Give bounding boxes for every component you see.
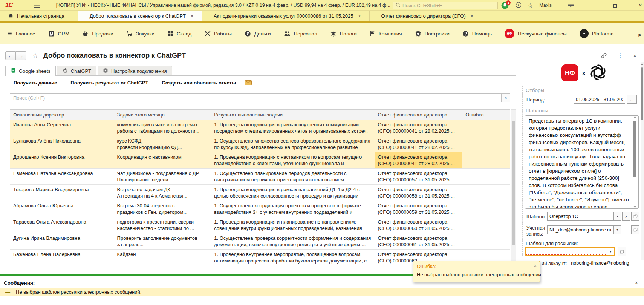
user-name[interactable]: Maxis bbox=[539, 3, 552, 8]
textarea-scrollbar[interactable] bbox=[632, 116, 638, 208]
messages-close-icon[interactable]: × bbox=[635, 280, 638, 286]
cell-tasks: Проверить заполнение документов за апрел… bbox=[114, 233, 211, 249]
mailing-open-button[interactable] bbox=[618, 247, 626, 256]
table-row[interactable]: Дорошенко Ксения Викторовна Координация … bbox=[10, 152, 510, 169]
table-row[interactable]: Иванова Анна Сергеевна коммуникации в ча… bbox=[10, 120, 510, 136]
ribbon-section[interactable]: Настройки bbox=[415, 31, 450, 37]
panel-scrollbar[interactable] bbox=[641, 62, 644, 260]
tab-close-icon[interactable]: × bbox=[358, 14, 361, 19]
column-header-error[interactable]: Ошибка bbox=[462, 110, 510, 120]
textarea-scrollbar-thumb[interactable] bbox=[633, 121, 636, 177]
table-row[interactable]: Абрамова Ольга Юрьевна Встреча 30.04 -пе… bbox=[10, 201, 510, 217]
restore-button[interactable] bbox=[613, 3, 618, 8]
minimize-button[interactable]: – bbox=[590, 2, 594, 8]
template-open-button[interactable] bbox=[631, 212, 639, 221]
prompt-template-textarea[interactable]: Представь ты оператор 1С в компании, кот… bbox=[525, 115, 639, 209]
ribbon-section[interactable]: НФ Нескучные финансы bbox=[505, 29, 567, 38]
error-tooltip-close-icon[interactable]: × bbox=[534, 263, 537, 268]
forward-button[interactable]: → bbox=[16, 51, 26, 60]
open-icon bbox=[620, 250, 624, 254]
ribbon-overflow-icon[interactable]: ▶ bbox=[639, 32, 642, 37]
close-form-button[interactable]: × bbox=[633, 52, 636, 59]
tab-close-icon[interactable]: × bbox=[471, 14, 473, 19]
column-header-report[interactable]: Отчет финансового директора bbox=[375, 110, 463, 120]
notifications-button[interactable]: 1 bbox=[501, 2, 509, 9]
scroll-down-icon[interactable] bbox=[633, 206, 636, 208]
table-row[interactable]: Евменова Наталья Александровна Чат Дивиз… bbox=[10, 169, 510, 185]
template-combo[interactable] bbox=[547, 212, 614, 221]
tab-close-icon[interactable]: × bbox=[191, 14, 193, 19]
account-open-button[interactable] bbox=[631, 225, 639, 234]
close-window-button[interactable]: × bbox=[639, 2, 642, 9]
clear-search-icon[interactable]: × bbox=[502, 93, 510, 102]
scroll-up-icon[interactable] bbox=[633, 116, 636, 118]
create-update-reports-button[interactable]: Создать или обновить отчеты bbox=[162, 80, 236, 86]
account-dropdown-icon[interactable]: ▼ bbox=[613, 225, 621, 234]
panel-group-border bbox=[522, 86, 523, 256]
mailing-dropdown-icon[interactable]: ▼ bbox=[607, 248, 614, 255]
ribbon-section[interactable]: Platforma bbox=[580, 29, 614, 38]
template-clear-icon[interactable]: × bbox=[622, 212, 630, 221]
period-label: Период: bbox=[526, 97, 545, 103]
ribbon-section-label: Настройки bbox=[425, 31, 450, 37]
get-chatgpt-result-button[interactable]: Получить результат от ChatGPT bbox=[70, 80, 148, 86]
ribbon-section[interactable]: Персонал bbox=[284, 31, 317, 37]
ribbon-section[interactable]: Продажи bbox=[82, 31, 113, 37]
mail-button[interactable] bbox=[245, 80, 252, 85]
connector-tab[interactable]: ChatGPT bbox=[57, 66, 96, 76]
column-header-director[interactable]: Финансовый директор bbox=[10, 110, 114, 120]
table-search-input[interactable] bbox=[10, 93, 502, 102]
favorites-star-icon[interactable]: ☆ bbox=[528, 2, 533, 9]
global-search-input[interactable] bbox=[402, 3, 495, 8]
window-tab[interactable]: Начальная страница bbox=[0, 11, 78, 21]
connector-tab[interactable]: Google sheets bbox=[5, 66, 56, 76]
history-button[interactable] bbox=[515, 2, 521, 8]
account-combo[interactable] bbox=[547, 225, 614, 234]
mailing-template-combo[interactable]: ▼ bbox=[525, 247, 615, 256]
table-row[interactable]: Тарасова Ольга Александровна подготовка … bbox=[10, 217, 510, 233]
column-header-tasks[interactable]: Задачи этого месяца bbox=[114, 110, 211, 120]
ribbon-section[interactable]: Главное bbox=[7, 31, 35, 37]
cell-report: Отчет финансового директора (CFO) 000000… bbox=[375, 169, 463, 184]
back-button[interactable]: ← bbox=[5, 51, 16, 60]
more-menu-icon[interactable]: ⋮ bbox=[617, 52, 623, 59]
panel-scroll-up-icon[interactable] bbox=[641, 63, 643, 65]
ribbon-section[interactable]: Налоги bbox=[330, 31, 357, 37]
ribbon-section[interactable]: Закупки bbox=[126, 31, 154, 37]
ribbon-section[interactable]: Компания bbox=[370, 31, 402, 37]
favorite-star-icon[interactable]: ☆ bbox=[32, 51, 38, 60]
table-scrollbar-thumb[interactable] bbox=[512, 121, 515, 245]
global-search[interactable] bbox=[393, 2, 498, 9]
connector-tab-label: Настройка подключения bbox=[111, 68, 167, 74]
template-label: Шаблон: bbox=[526, 214, 546, 219]
connector-tab[interactable]: Настройка подключения bbox=[98, 66, 172, 76]
ribbon-section-label: Главное bbox=[16, 31, 35, 37]
template-dropdown-icon[interactable]: ▼ bbox=[613, 212, 621, 221]
ribbon-section[interactable]: Работы bbox=[204, 31, 232, 37]
ribbon-section[interactable]: Склад bbox=[167, 31, 191, 37]
table-row[interactable]: Булгакова Алёна Николаевна курс КСФД про… bbox=[10, 136, 510, 152]
main-menu-button[interactable] bbox=[34, 3, 40, 8]
window-tab[interactable]: Добро пожаловать в коннектор к ChatGPT × bbox=[78, 11, 202, 21]
cell-report: Отчет финансового директора (CFO) 000000… bbox=[375, 201, 463, 217]
window-tab[interactable]: Отчет финансового директора (CFO) × bbox=[370, 11, 482, 21]
ribbon-section[interactable]: CRM bbox=[48, 31, 70, 37]
table-scrollbar[interactable] bbox=[511, 109, 516, 265]
window-tab[interactable]: Акт сдачи-приемки оказанных услуг 000000… bbox=[202, 11, 370, 21]
period-picker-button[interactable]: ... bbox=[627, 95, 637, 104]
panel-scrollbar-thumb[interactable] bbox=[641, 67, 643, 120]
text-cursor bbox=[528, 249, 528, 254]
get-link-button[interactable] bbox=[601, 52, 607, 59]
column-header-result[interactable]: Результат выполнения задачи bbox=[211, 110, 375, 120]
mail-account-field[interactable] bbox=[569, 259, 630, 267]
table-row[interactable]: Токарева Марина Владимировна Встреча по … bbox=[10, 185, 510, 201]
get-data-button[interactable]: Получить данные bbox=[14, 80, 57, 86]
table-row[interactable]: Дугина Ирина Владимировна Проверить запо… bbox=[10, 233, 510, 250]
period-field[interactable] bbox=[574, 95, 625, 104]
ribbon-section[interactable]: Деньги bbox=[245, 31, 271, 37]
message-item[interactable]: — Не выбран шаблон рассылки электронных … bbox=[0, 288, 644, 296]
ribbon-section[interactable]: Помощь bbox=[462, 31, 492, 37]
cell-report: Отчет финансового директора (CFO) 000000… bbox=[375, 136, 463, 152]
user-menu-button[interactable] bbox=[568, 4, 574, 7]
nf-logo: НФ bbox=[561, 64, 578, 81]
